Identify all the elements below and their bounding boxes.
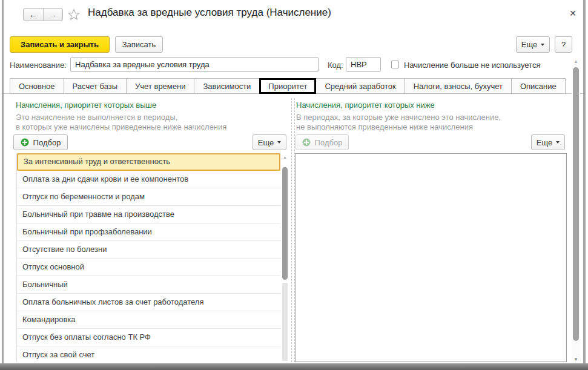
back-arrow-icon: ← — [29, 10, 38, 19]
history-nav-group: ← → — [23, 8, 63, 21]
list-item[interactable]: Больничный при травме на производстве — [17, 206, 280, 223]
tab-main[interactable]: Основное — [10, 78, 64, 94]
list-scrollbar-thumb[interactable] — [282, 167, 288, 280]
save-button[interactable]: Записать — [115, 36, 163, 53]
name-label: Наименование: — [10, 61, 67, 70]
more-button-left[interactable]: Еще — [253, 134, 286, 150]
tab-dependencies[interactable]: Зависимости — [194, 78, 260, 94]
code-label: Код: — [328, 61, 343, 70]
page-title: Надбавка за вредные условия труда (Начис… — [88, 7, 331, 19]
favorite-button[interactable] — [67, 7, 81, 22]
window-border-left — [2, 0, 4, 363]
scroll-up-icon[interactable]: ▲ — [572, 59, 580, 64]
pick-button-left[interactable]: Подбор — [13, 134, 68, 150]
deprecated-checkbox[interactable] — [391, 61, 399, 68]
add-plus-icon — [21, 138, 29, 147]
code-input[interactable] — [346, 57, 381, 72]
scroll-up-icon[interactable]: ▲ — [281, 155, 289, 159]
window-border-right — [583, 0, 586, 363]
higher-priority-header: Начисления, приоритет которых выше — [16, 101, 156, 110]
star-icon — [67, 8, 81, 21]
pick-button-right-disabled: Подбор — [296, 134, 349, 150]
more-button-label: Еще — [521, 40, 537, 49]
back-button[interactable]: ← — [24, 8, 43, 21]
list-item[interactable]: Больничный — [17, 276, 280, 294]
lower-priority-header: Начисления, приоритет которых ниже — [296, 101, 435, 110]
dropdown-arrow-icon — [277, 141, 281, 144]
higher-priority-description-line1: Это начисление не выполняется в периоды, — [16, 113, 177, 122]
add-plus-icon-disabled — [302, 138, 311, 147]
more-button-right[interactable]: Еще — [531, 134, 565, 150]
tab-description[interactable]: Описание — [511, 78, 566, 94]
higher-priority-description-line2: в которых уже начислены приведенные ниже… — [16, 122, 226, 131]
tab-taxes-accounting[interactable]: Налоги, взносы, бухучет — [405, 78, 512, 94]
list-item[interactable]: Отсутствие по болезни — [17, 241, 280, 259]
list-item[interactable]: Отпуск без оплаты согласно ТК РФ — [17, 329, 280, 346]
more-button-top[interactable]: Еще — [516, 36, 550, 53]
window-bottom-bar — [0, 363, 588, 370]
window-scrollbar-thumb[interactable] — [573, 67, 579, 341]
list-item[interactable]: Отпуск за свой счет — [17, 346, 280, 362]
tab-average-earnings[interactable]: Средний заработок — [315, 78, 405, 94]
tab-bar: Основное Расчет базы Учет времени Зависи… — [10, 78, 565, 94]
list-scrollbar-track[interactable] — [282, 283, 288, 361]
deprecated-checkbox-label[interactable]: Начисление больше не используется — [404, 61, 540, 70]
lower-priority-list-empty[interactable] — [295, 153, 567, 362]
help-button[interactable]: ? — [555, 36, 572, 53]
close-icon: × — [569, 7, 576, 20]
dropdown-arrow-icon — [556, 141, 560, 144]
higher-priority-list: За интенсивный труд и ответственность Оп… — [16, 153, 289, 362]
name-input[interactable] — [70, 57, 319, 72]
list-scrollbar[interactable]: ▲ — [281, 153, 289, 362]
list-item[interactable]: Оплата больничных листов за счет работод… — [17, 294, 280, 311]
window-scrollbar[interactable]: ▲ ▼ — [572, 59, 580, 362]
pick-button-left-label: Подбор — [33, 138, 61, 147]
list-item[interactable]: Оплата за дни сдачи крови и ее компонент… — [17, 171, 280, 188]
dropdown-arrow-icon — [541, 44, 544, 46]
list-item[interactable]: Отпуск основной — [17, 259, 280, 276]
list-item[interactable]: Командировка — [17, 311, 280, 329]
more-button-right-label: Еще — [537, 138, 552, 147]
lower-priority-description-line1: В периодах, за которые уже начислено это… — [296, 113, 501, 122]
pick-button-right-label: Подбор — [315, 138, 343, 147]
close-button[interactable]: × — [566, 6, 580, 21]
forward-button[interactable]: → — [43, 8, 63, 21]
lower-priority-description-line2: не выполняются приведенные ниже начислен… — [296, 122, 473, 131]
tab-time-tracking[interactable]: Учет времени — [126, 78, 194, 94]
list-item[interactable]: Отпуск по беременности и родам — [17, 188, 280, 206]
tab-priority[interactable]: Приоритет — [259, 78, 316, 94]
forward-arrow-icon: → — [48, 10, 57, 19]
more-button-left-label: Еще — [258, 138, 274, 147]
tab-base-calc[interactable]: Расчет базы — [64, 78, 127, 94]
save-and-close-button[interactable]: Записать и закрыть — [10, 36, 110, 53]
list-item[interactable]: Больничный при профзаболевании — [17, 223, 280, 241]
scroll-down-icon[interactable]: ▼ — [572, 357, 580, 362]
list-item-selected[interactable]: За интенсивный труд и ответственность — [17, 153, 280, 171]
